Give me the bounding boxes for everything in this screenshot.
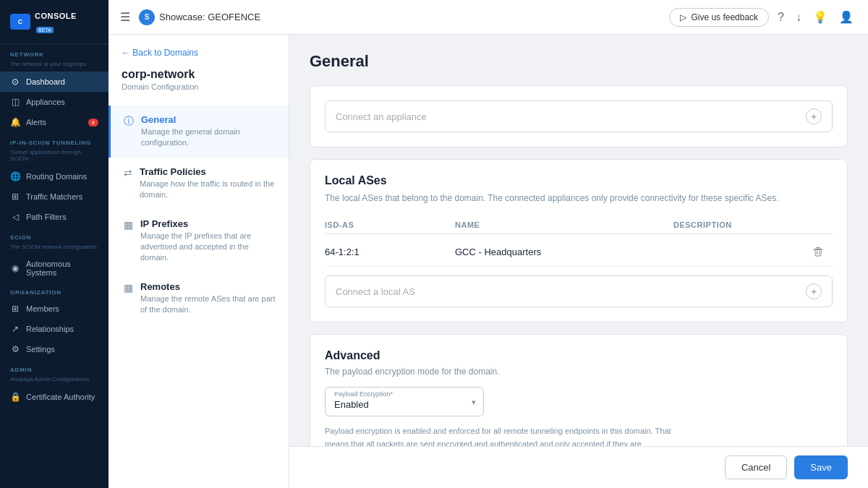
org-section-label: ORGANIZATION [0,282,109,299]
network-section-label: NETWORK [0,44,109,61]
scion-section-sub: The SCION network configuration [0,244,109,254]
ip-prefixes-nav-title: IP Prefixes [140,218,276,229]
connect-local-as-input[interactable] [336,286,806,297]
sidebar-item-settings[interactable]: ⚙ Settings [0,339,109,359]
path-filters-icon: ◁ [10,212,20,222]
nav-item-general[interactable]: ⓘ General Manage the general domain conf… [109,106,289,158]
sidebar-item-alerts[interactable]: 🔔 Alerts 4 [0,112,109,132]
admin-section-label: ADMIN [0,359,109,376]
sidebar-item-autonomous-systems[interactable]: ◉ Autonomous Systems [0,254,109,282]
network-section-sub: The network at your fingertips [0,61,109,72]
main-container: ☰ S Showcase: GEOFENCE ▷ Give us feedbac… [109,0,868,488]
scion-section-label: SCION [0,227,109,244]
advanced-card: Advanced The payload encryption mode for… [310,334,848,446]
sidebar-item-relationships[interactable]: ↗ Relationships [0,319,109,339]
right-panel: General + Local ASes The local ASes that… [289,35,868,446]
connect-appliance-card: + [310,85,848,147]
admin-section-sub: Anapaya Admin Configurations [0,376,109,387]
traffic-policies-nav-icon: ⇄ [124,167,132,179]
local-ases-card: Local ASes The local ASes that belong to… [310,159,848,322]
payload-encryption-select[interactable]: Payload Encryption* Enabled ▾ [325,387,484,416]
connect-appliance-input-wrapper[interactable]: + [325,100,833,132]
col-isd-as: ISD-AS [325,221,455,229]
connect-appliance-input[interactable] [336,111,806,122]
members-icon: ⊞ [10,304,20,314]
left-panel: ← Back to Domains corp-network Domain Co… [109,35,289,488]
remotes-nav-desc: Manage the remote ASes that are part of … [140,294,276,316]
app-name: CONSOLE [35,12,77,20]
theme-icon[interactable]: 💡 [810,7,830,27]
sidebar-item-path-filters[interactable]: ◁ Path Filters [0,207,109,227]
workspace-avatar: S [139,9,155,25]
connect-local-as-add-button[interactable]: + [806,283,822,299]
cancel-button[interactable]: Cancel [725,455,787,479]
sidebar-item-label: Dashboard [26,77,65,86]
general-nav-desc: Manage the general domain configuration. [141,127,276,149]
connect-appliance-add-button[interactable]: + [806,108,822,124]
advanced-desc: The payload encryption mode for the doma… [325,367,833,377]
footer-bar: Cancel Save [289,446,868,488]
help-icon[interactable]: ? [775,8,787,27]
sidebar: C CONSOLE BETA NETWORK The network at yo… [0,0,109,488]
nav-item-remotes[interactable]: ▦ Remotes Manage the remote ASes that ar… [109,273,289,325]
domain-sub: Domain Configuration [109,81,289,106]
cell-isd-as: 64-1:2:1 [325,247,455,257]
col-name: Name [455,221,673,229]
sidebar-item-certificate-authority[interactable]: 🔒 Certificate Authority [0,387,109,407]
workspace-name: Showcase: GEOFENCE [159,12,260,22]
sidebar-item-label: Members [26,304,59,313]
svg-rect-1 [816,247,820,248]
autonomous-systems-icon: ◉ [10,263,20,273]
col-actions [804,221,833,229]
sidebar-item-dashboard[interactable]: ⊙ Dashboard [0,72,109,92]
sidebar-item-appliances[interactable]: ◫ Appliances [0,92,109,112]
ip-prefixes-nav-icon: ▦ [124,219,133,231]
menu-button[interactable]: ☰ [120,10,130,24]
sidebar-item-label: Path Filters [26,213,67,221]
table-row: 64-1:2:1 GCC - Headquarters [325,237,833,267]
sidebar-item-label: Settings [26,345,55,354]
delete-row-button[interactable] [804,246,833,257]
nav-item-content: IP Prefixes Manage the IP prefixes that … [140,218,276,264]
topbar-right: ▷ Give us feedback ? ↓ 💡 👤 [669,7,856,27]
sidebar-item-traffic-matchers[interactable]: ⊞ Traffic Matchers [0,187,109,207]
nav-item-content: Remotes Manage the remote ASes that are … [140,281,276,316]
table-header: ISD-AS Name Description [325,216,833,234]
appliances-icon: ◫ [10,97,20,107]
sidebar-item-label: Alerts [26,118,46,127]
chevron-down-icon: ▾ [472,397,476,406]
sidebar-item-label: Autonomous Systems [26,260,98,277]
workspace-info: S Showcase: GEOFENCE [139,9,260,25]
routing-domains-icon: 🌐 [10,171,20,181]
feedback-button[interactable]: ▷ Give us feedback [669,8,769,27]
trash-icon [812,246,824,257]
nav-item-ip-prefixes[interactable]: ▦ IP Prefixes Manage the IP prefixes tha… [109,210,289,273]
connect-local-as-input-wrapper[interactable]: + [325,275,833,307]
topbar: ☰ S Showcase: GEOFENCE ▷ Give us feedbac… [109,0,868,35]
sidebar-item-routing-domains[interactable]: 🌐 Routing Domains [0,166,109,187]
download-icon[interactable]: ↓ [793,8,804,27]
logo-text: C [18,18,23,25]
page-title: General [310,52,848,71]
logo-icon: C [10,14,30,30]
save-button[interactable]: Save [794,455,848,479]
remotes-nav-title: Remotes [140,281,276,292]
sidebar-item-label: Appliances [26,98,65,106]
certificate-authority-icon: 🔒 [10,392,20,402]
dashboard-icon: ⊙ [10,77,20,87]
traffic-policies-nav-title: Traffic Policies [140,166,276,177]
user-icon[interactable]: 👤 [836,7,856,27]
col-description: Description [673,221,804,229]
logo-area: C CONSOLE BETA [0,0,109,44]
local-ases-title: Local ASes [325,174,833,187]
advanced-title: Advanced [325,349,833,362]
back-to-domains-link[interactable]: ← Back to Domains [109,48,289,68]
tunneling-section-sub: Tunnel applications through SCION [0,149,109,166]
sidebar-item-members[interactable]: ⊞ Members [0,299,109,319]
tunneling-section-label: IP-IN-SCION TUNNELING [0,132,109,149]
nav-item-traffic-policies[interactable]: ⇄ Traffic Policies Manage how the traffi… [109,158,289,210]
encryption-note: Payload encryption is enabled and enforc… [325,425,672,446]
general-nav-icon: ⓘ [124,115,134,128]
sidebar-item-label: Certificate Authority [26,393,95,401]
sidebar-item-label: Relationships [26,325,74,333]
